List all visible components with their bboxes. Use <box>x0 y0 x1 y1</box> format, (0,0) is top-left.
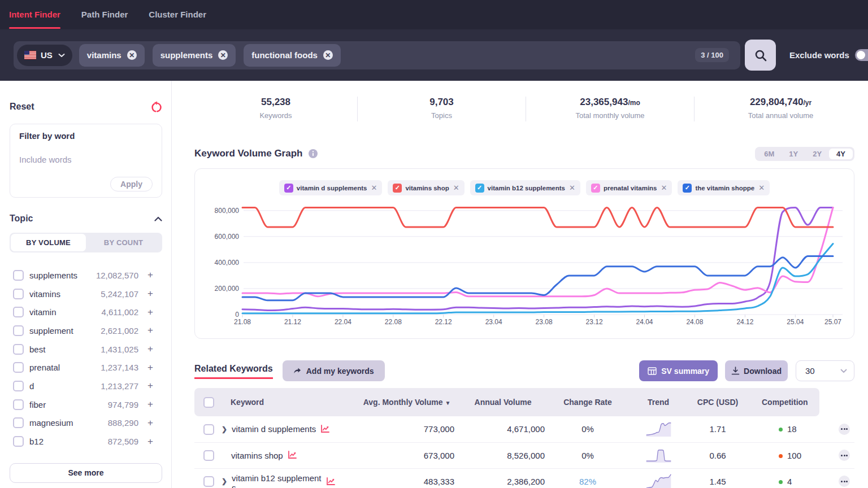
svg-text:25.07: 25.07 <box>824 318 841 326</box>
svg-text:21.12: 21.12 <box>284 318 301 326</box>
svg-text:800,000: 800,000 <box>215 207 240 215</box>
svg-text:21.08: 21.08 <box>234 318 251 326</box>
svg-text:600,000: 600,000 <box>215 233 240 241</box>
svg-text:22.04: 22.04 <box>335 318 351 326</box>
svg-text:23.08: 23.08 <box>536 318 553 326</box>
svg-text:400,000: 400,000 <box>215 259 240 267</box>
svg-text:23.04: 23.04 <box>485 318 502 326</box>
svg-text:0: 0 <box>235 311 239 319</box>
svg-text:22.08: 22.08 <box>385 318 402 326</box>
svg-text:25.04: 25.04 <box>787 318 804 326</box>
svg-text:24.12: 24.12 <box>736 318 753 326</box>
svg-text:23.12: 23.12 <box>586 318 603 326</box>
svg-text:22.12: 22.12 <box>435 318 452 326</box>
svg-text:24.08: 24.08 <box>686 318 703 326</box>
svg-text:24.04: 24.04 <box>636 318 653 326</box>
svg-text:200,000: 200,000 <box>215 285 240 293</box>
